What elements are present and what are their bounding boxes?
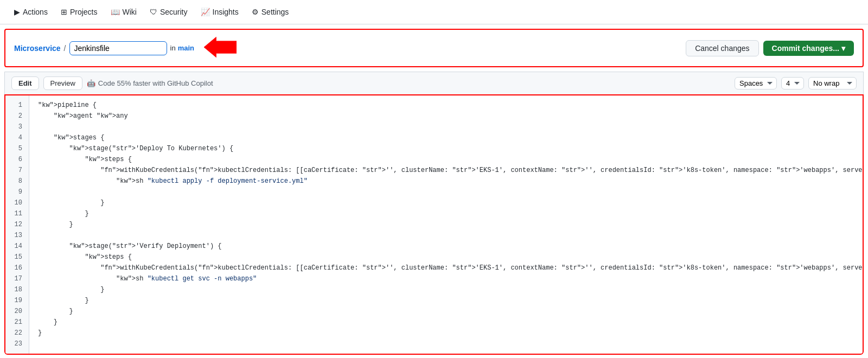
code-line: } (38, 219, 854, 230)
code-editor[interactable]: 1234567891011121314151617181920212223 "k… (5, 95, 863, 354)
preview-tab[interactable]: Preview (43, 76, 82, 90)
code-line: "fn">withKubeCredentials("fn">kubectlCre… (38, 165, 854, 176)
line-number: 16 (5, 263, 29, 273)
edit-tab[interactable]: Edit (11, 76, 39, 90)
nav-projects-label: Projects (70, 8, 98, 16)
nav-settings-label: Settings (261, 8, 289, 16)
code-line: "kw">stage("str">'Verify Deployment') { (38, 241, 854, 252)
line-number: 21 (5, 317, 29, 328)
code-line: "kw">stages { (38, 132, 854, 143)
path-separator: / (64, 44, 66, 53)
toolbar-left: Edit Preview 🤖 Code 55% faster with GitH… (11, 76, 213, 90)
commit-changes-label: Commit changes... (772, 44, 839, 53)
nav-security[interactable]: 🛡 Security (144, 4, 193, 20)
actions-icon: ▶ (14, 8, 20, 16)
line-number: 20 (5, 306, 29, 317)
line-number: 6 (5, 154, 29, 165)
cancel-changes-button[interactable]: Cancel changes (686, 40, 758, 56)
branch-label: in (170, 44, 176, 52)
wiki-icon: 📖 (111, 8, 120, 16)
nav-security-label: Security (160, 8, 188, 16)
nav-actions-label: Actions (23, 8, 48, 16)
wrap-select[interactable]: No wrap Soft wrap (808, 77, 857, 90)
repo-name[interactable]: Microservice (14, 44, 61, 53)
code-line: "kw">sh "kubectl get svc -n webapps" (38, 273, 854, 284)
code-line: } (38, 328, 854, 338)
code-line (38, 230, 854, 241)
nav-wiki-label: Wiki (123, 8, 137, 16)
code-line (38, 338, 854, 349)
editor-toolbar: Edit Preview 🤖 Code 55% faster with GitH… (4, 72, 864, 94)
code-line: "kw">steps { (38, 154, 854, 165)
code-line (38, 122, 854, 132)
code-line: "kw">steps { (38, 252, 854, 263)
nav-insights-label: Insights (213, 8, 239, 16)
top-navigation: ▶ Actions ⊞ Projects 📖 Wiki 🛡 Security 📈… (0, 0, 868, 24)
branch-name: main (178, 44, 194, 52)
indent-size-select[interactable]: 2 4 8 (781, 77, 804, 90)
line-number: 19 (5, 295, 29, 306)
line-number: 3 (5, 122, 29, 132)
nav-settings[interactable]: ⚙ Settings (246, 4, 295, 20)
code-line: "fn">withKubeCredentials("fn">kubectlCre… (38, 263, 854, 273)
spaces-select[interactable]: Spaces Tabs (735, 77, 777, 90)
line-number: 15 (5, 252, 29, 263)
line-number: 17 (5, 273, 29, 284)
branch-indicator: in main (170, 44, 194, 52)
code-line: } (38, 295, 854, 306)
filename-input[interactable] (69, 41, 167, 55)
code-line: "kw">sh "kubectl apply -f deployment-ser… (38, 176, 854, 187)
line-number: 12 (5, 219, 29, 230)
copilot-badge: 🤖 Code 55% faster with GitHub Copilot (87, 79, 213, 87)
commit-changes-button[interactable]: Commit changes... ▾ (763, 41, 854, 56)
file-header: Microservice / in main Cancel changes Co… (4, 29, 864, 67)
code-line: "kw">agent "kw">any (38, 111, 854, 122)
arrow-annotation (204, 36, 237, 60)
line-number: 23 (5, 338, 29, 349)
copilot-icon: 🤖 (87, 79, 95, 87)
code-editor-container: 1234567891011121314151617181920212223 "k… (4, 94, 864, 355)
nav-projects[interactable]: ⊞ Projects (55, 4, 103, 20)
security-icon: 🛡 (150, 8, 157, 16)
insights-icon: 📈 (201, 8, 210, 16)
code-content[interactable]: "kw">pipeline { "kw">agent "kw">any "kw"… (29, 95, 863, 354)
line-number: 2 (5, 111, 29, 122)
line-number: 11 (5, 208, 29, 219)
line-number: 4 (5, 132, 29, 143)
nav-insights[interactable]: 📈 Insights (195, 4, 244, 20)
line-number: 13 (5, 230, 29, 241)
line-number: 18 (5, 284, 29, 295)
nav-actions[interactable]: ▶ Actions (9, 4, 53, 20)
commit-dropdown-arrow: ▾ (841, 44, 845, 53)
code-line: } (38, 284, 854, 295)
line-number: 5 (5, 143, 29, 154)
line-number: 7 (5, 165, 29, 176)
line-numbers: 1234567891011121314151617181920212223 (5, 95, 29, 354)
line-number: 22 (5, 328, 29, 338)
file-path: Microservice / in main (14, 36, 237, 60)
code-line (38, 187, 854, 197)
line-number: 8 (5, 176, 29, 187)
svg-marker-1 (204, 37, 237, 57)
line-number: 10 (5, 197, 29, 208)
file-actions: Cancel changes Commit changes... ▾ (686, 40, 854, 56)
code-line: } (38, 208, 854, 219)
code-line: } (38, 317, 854, 328)
nav-wiki[interactable]: 📖 Wiki (105, 4, 142, 20)
code-line: "kw">stage("str">'Deploy To Kubernetes')… (38, 143, 854, 154)
code-line: "kw">pipeline { (38, 100, 854, 111)
line-number: 9 (5, 187, 29, 197)
projects-icon: ⊞ (61, 8, 67, 16)
line-number: 14 (5, 241, 29, 252)
code-line: } (38, 306, 854, 317)
line-number: 1 (5, 100, 29, 111)
copilot-text: Code 55% faster with GitHub Copilot (98, 79, 213, 87)
code-line: } (38, 197, 854, 208)
toolbar-right: Spaces Tabs 2 4 8 No wrap Soft wrap (735, 77, 857, 90)
settings-icon: ⚙ (252, 8, 259, 16)
